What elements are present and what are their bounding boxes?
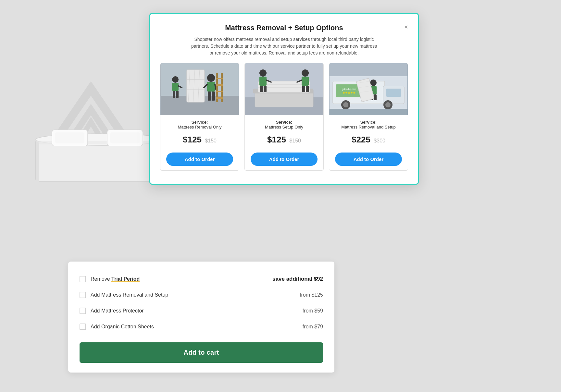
sheets-link[interactable]: Organic Cotton Sheets (101, 324, 154, 329)
svg-rect-31 (216, 78, 223, 79)
card-2-service-name: Mattress Setup Only (265, 125, 303, 129)
add-to-order-btn-1[interactable]: Add to Order (166, 153, 233, 166)
card-3-service-name: Mattress Removal and Setup (341, 125, 396, 129)
add-to-order-btn-3[interactable]: Add to Order (335, 153, 402, 166)
svg-rect-19 (207, 82, 215, 92)
svg-rect-50 (306, 86, 309, 92)
protector-checkbox[interactable] (80, 308, 86, 314)
removal-checkbox[interactable] (80, 292, 86, 298)
svg-rect-45 (264, 86, 267, 92)
option-left-sheets: Add Organic Cotton Sheets (80, 324, 154, 330)
protector-link[interactable]: Mattress Protector (101, 308, 144, 313)
card-1-price-section: $125 $150 (160, 131, 239, 150)
card-image-3: goloadup.com ★★★★★ (329, 63, 408, 115)
service-card-removal-only: Service: Mattress Removal Only $125 $150… (160, 63, 239, 171)
svg-point-42 (259, 69, 267, 77)
card-1-service-prefix: Service: (178, 120, 221, 125)
protector-label: Add Mattress Protector (91, 308, 144, 314)
sheets-checkbox[interactable] (80, 324, 86, 330)
service-card-setup-only: Service: Mattress Setup Only $125 $150 A… (244, 63, 324, 171)
card-3-service-label: Service: Mattress Removal and Setup (338, 115, 399, 131)
card-3-price: $225 (352, 135, 370, 144)
card-3-price-section: $225 $300 (329, 131, 408, 150)
svg-rect-48 (302, 77, 309, 86)
service-cards-grid: Service: Mattress Removal Only $125 $150… (160, 63, 408, 171)
service-card-removal-setup: goloadup.com ★★★★★ Service: Ma (329, 63, 408, 171)
trial-price: save additional $92 (272, 276, 323, 282)
card-1-price: $125 (183, 135, 202, 144)
option-row-sheets: Add Organic Cotton Sheets from $79 (80, 319, 323, 335)
svg-rect-26 (173, 91, 175, 98)
svg-rect-9 (110, 132, 140, 143)
svg-text:★★★★★: ★★★★★ (343, 91, 355, 94)
card-image-2 (245, 63, 323, 115)
add-to-cart-button[interactable]: Add to cart (80, 342, 323, 363)
card-1-service-label: Service: Mattress Removal Only (174, 115, 225, 131)
svg-rect-33 (216, 91, 223, 92)
card-1-service-name: Mattress Removal Only (178, 125, 221, 129)
svg-rect-27 (176, 91, 179, 98)
protector-price: from $59 (303, 308, 323, 314)
svg-rect-43 (259, 77, 267, 86)
svg-rect-25 (172, 83, 179, 91)
option-row-removal: Add Mattress Removal and Setup from $125 (80, 287, 323, 303)
add-to-order-btn-2[interactable]: Add to Order (251, 153, 318, 166)
svg-text:goloadup.com: goloadup.com (342, 88, 356, 91)
svg-rect-32 (216, 84, 223, 86)
card-3-original-price: $300 (374, 138, 385, 143)
svg-rect-21 (212, 92, 215, 101)
trial-link[interactable]: Trial Period (111, 276, 140, 282)
card-2-original-price: $150 (289, 138, 301, 143)
card-2-service-label: Service: Mattress Setup Only (262, 115, 306, 131)
svg-rect-49 (302, 86, 305, 92)
svg-point-18 (207, 74, 215, 82)
card-1-original-price: $150 (205, 138, 217, 143)
svg-rect-12 (187, 70, 205, 102)
option-left-trial: Remove Trial Period (80, 276, 140, 282)
removal-link[interactable]: Mattress Removal and Setup (101, 292, 168, 298)
svg-point-47 (302, 69, 309, 77)
option-row-protector: Add Mattress Protector from $59 (80, 303, 323, 319)
mattress-options-modal: Mattress Removal + Setup Options Shopste… (149, 13, 419, 185)
card-2-price: $125 (267, 135, 286, 144)
svg-rect-44 (260, 86, 263, 92)
svg-rect-34 (216, 97, 223, 99)
svg-rect-68 (374, 94, 377, 100)
add-ons-panel: Remove Trial Period save additional $92 … (68, 262, 334, 373)
sheets-price: from $79 (303, 324, 323, 330)
card-2-price-section: $125 $150 (245, 131, 323, 150)
modal-title: Mattress Removal + Setup Options (160, 24, 408, 32)
svg-point-61 (385, 102, 391, 107)
removal-price: from $125 (300, 292, 323, 298)
card-image-1 (160, 63, 239, 115)
trial-checkbox[interactable] (80, 276, 86, 282)
trial-label: Remove Trial Period (91, 276, 140, 282)
svg-point-24 (172, 76, 179, 83)
svg-point-65 (370, 80, 377, 86)
svg-rect-20 (208, 92, 211, 101)
modal-subtitle: Shopster now offers mattress removal and… (190, 36, 378, 56)
option-left-protector: Add Mattress Protector (80, 308, 144, 314)
removal-label: Add Mattress Removal and Setup (91, 292, 168, 298)
card-3-service-prefix: Service: (341, 120, 396, 125)
svg-rect-57 (386, 89, 401, 97)
option-left-removal: Add Mattress Removal and Setup (80, 292, 168, 298)
svg-rect-7 (55, 132, 84, 143)
modal-header: Mattress Removal + Setup Options Shopste… (160, 24, 408, 56)
option-row-trial: Remove Trial Period save additional $92 (80, 271, 323, 287)
svg-point-59 (343, 102, 348, 107)
card-2-service-prefix: Service: (265, 120, 303, 125)
sheets-label: Add Organic Cotton Sheets (91, 324, 154, 330)
close-button[interactable]: × (404, 24, 408, 30)
